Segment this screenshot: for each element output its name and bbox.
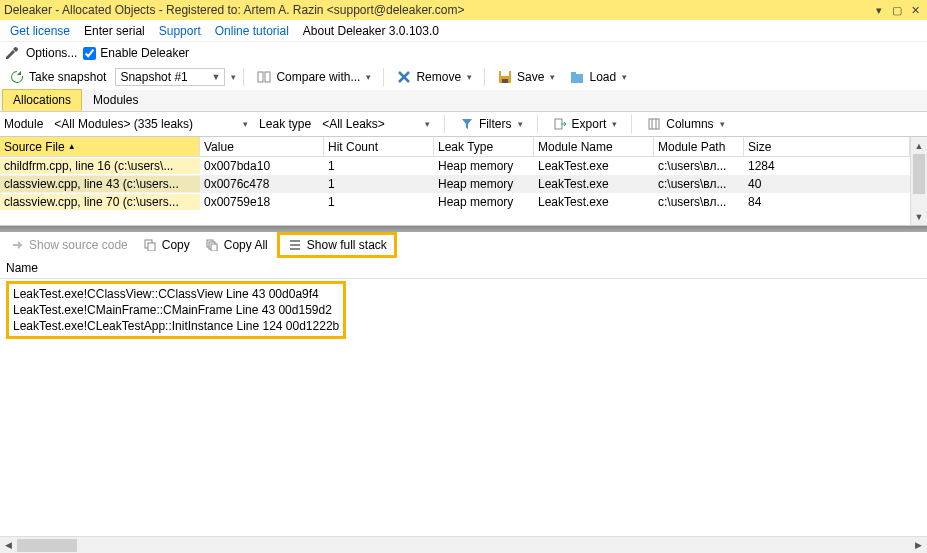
close-icon[interactable]: ✕	[907, 3, 923, 17]
col-source-file[interactable]: Source File ▲	[0, 137, 200, 156]
grid-header: Source File ▲ Value Hit Count Leak Type …	[0, 137, 910, 157]
stack-pane: LeakTest.exe!CClassView::CClassView Line…	[0, 279, 927, 536]
col-size[interactable]: Size	[744, 137, 910, 156]
chevron-down-icon: ▾	[622, 72, 627, 82]
table-row[interactable]: childfrm.cpp, line 16 (c:\users\... 0x00…	[0, 157, 910, 175]
stack-row[interactable]: LeakTest.exe!CLeakTestApp::InitInstance …	[13, 318, 339, 334]
arrow-right-icon	[9, 237, 25, 253]
stack-icon	[287, 237, 303, 253]
scroll-thumb[interactable]	[913, 154, 925, 194]
svg-rect-7	[555, 119, 562, 129]
filter-bar: Module <All Modules> (335 leaks) ▾ Leak …	[0, 112, 927, 136]
scroll-down-icon[interactable]: ▼	[911, 208, 927, 225]
refresh-icon	[9, 69, 25, 85]
columns-button[interactable]: Columns ▾	[641, 114, 729, 134]
scroll-thumb[interactable]	[17, 539, 77, 552]
copy-all-icon	[204, 237, 220, 253]
show-full-stack-highlight: Show full stack	[277, 232, 397, 258]
snapshot-split-arrow[interactable]: ▾	[231, 72, 236, 82]
stack-header: Name	[0, 258, 927, 279]
chevron-down-icon: ▾	[366, 72, 371, 82]
enter-serial-link[interactable]: Enter serial	[78, 22, 151, 40]
wrench-icon	[4, 45, 20, 61]
take-snapshot-button[interactable]: Take snapshot	[4, 67, 111, 87]
compare-button[interactable]: Compare with... ▾	[251, 67, 376, 87]
chevron-down-icon: ▾	[425, 119, 430, 129]
svg-rect-1	[265, 72, 270, 82]
support-link[interactable]: Support	[153, 22, 207, 40]
svg-rect-6	[571, 72, 576, 75]
dropdown-icon[interactable]: ▾	[871, 3, 887, 17]
vertical-scrollbar[interactable]: ▲ ▼	[910, 137, 927, 225]
snapshot-selector[interactable]: Snapshot #1 ▼	[115, 68, 225, 86]
svg-rect-12	[148, 243, 155, 251]
filters-button[interactable]: Filters ▾	[454, 114, 528, 134]
sort-asc-icon: ▲	[68, 142, 76, 151]
module-filter-combo[interactable]: <All Modules> (335 leaks) ▾	[49, 115, 253, 133]
copy-all-button[interactable]: Copy All	[199, 235, 273, 255]
export-button[interactable]: Export ▾	[547, 114, 623, 134]
col-module-path[interactable]: Module Path	[654, 137, 744, 156]
stack-row[interactable]: LeakTest.exe!CClassView::CClassView Line…	[13, 286, 339, 302]
options-button[interactable]: Options...	[26, 46, 77, 60]
maximize-icon[interactable]: ▢	[889, 3, 905, 17]
tab-allocations[interactable]: Allocations	[2, 89, 82, 111]
about-link[interactable]: About Deleaker 3.0.103.0	[297, 22, 445, 40]
svg-rect-0	[258, 72, 263, 82]
stack-highlight: LeakTest.exe!CClassView::CClassView Line…	[6, 281, 346, 339]
chevron-down-icon: ▾	[518, 119, 523, 129]
svg-rect-17	[290, 244, 300, 246]
col-module-name[interactable]: Module Name	[534, 137, 654, 156]
svg-rect-8	[649, 119, 659, 129]
show-full-stack-button[interactable]: Show full stack	[282, 235, 392, 255]
enable-checkbox-input[interactable]	[83, 47, 96, 60]
chevron-down-icon: ▾	[612, 119, 617, 129]
module-label: Module	[4, 117, 43, 131]
copy-button[interactable]: Copy	[137, 235, 195, 255]
svg-rect-18	[290, 248, 300, 250]
col-leak-type[interactable]: Leak Type	[434, 137, 534, 156]
tab-modules[interactable]: Modules	[82, 89, 149, 111]
get-license-link[interactable]: Get license	[4, 22, 76, 40]
col-value[interactable]: Value	[200, 137, 324, 156]
copy-icon	[142, 237, 158, 253]
svg-rect-5	[571, 74, 583, 83]
svg-rect-3	[501, 71, 509, 76]
allocations-grid: Source File ▲ Value Hit Count Leak Type …	[0, 136, 927, 226]
enable-label: Enable Deleaker	[100, 46, 189, 60]
scroll-left-icon[interactable]: ◀	[0, 540, 17, 550]
chevron-down-icon: ▾	[550, 72, 555, 82]
online-tutorial-link[interactable]: Online tutorial	[209, 22, 295, 40]
show-source-button[interactable]: Show source code	[4, 235, 133, 255]
chevron-down-icon: ▼	[211, 72, 220, 82]
titlebar: Deleaker - Allocated Objects - Registere…	[0, 0, 927, 20]
chevron-down-icon: ▾	[243, 119, 248, 129]
options-bar: Options... Enable Deleaker	[0, 42, 927, 64]
tab-bar: Allocations Modules	[0, 90, 927, 112]
scroll-right-icon[interactable]: ▶	[910, 540, 927, 550]
window-title: Deleaker - Allocated Objects - Registere…	[4, 3, 871, 17]
scroll-track[interactable]	[17, 539, 910, 552]
horizontal-scrollbar[interactable]: ◀ ▶	[0, 536, 927, 553]
col-hit-count[interactable]: Hit Count	[324, 137, 434, 156]
table-row[interactable]: classview.cpp, line 43 (c:\users... 0x00…	[0, 175, 910, 193]
svg-rect-16	[290, 240, 300, 242]
export-icon	[552, 116, 568, 132]
load-button[interactable]: Load ▾	[564, 67, 632, 87]
svg-rect-15	[211, 244, 217, 251]
save-icon	[497, 69, 513, 85]
enable-deleaker-checkbox[interactable]: Enable Deleaker	[83, 46, 189, 60]
scroll-up-icon[interactable]: ▲	[911, 137, 927, 154]
table-row[interactable]: classview.cpp, line 70 (c:\users... 0x00…	[0, 193, 910, 211]
load-icon	[569, 69, 585, 85]
compare-icon	[256, 69, 272, 85]
leaktype-label: Leak type	[259, 117, 311, 131]
remove-button[interactable]: Remove ▾	[391, 67, 477, 87]
main-toolbar: Take snapshot Snapshot #1 ▼ ▾ Compare wi…	[0, 64, 927, 90]
save-button[interactable]: Save ▾	[492, 67, 560, 87]
columns-icon	[646, 116, 662, 132]
stack-row[interactable]: LeakTest.exe!CMainFrame::CMainFrame Line…	[13, 302, 339, 318]
chevron-down-icon: ▾	[720, 119, 725, 129]
chevron-down-icon: ▾	[467, 72, 472, 82]
leaktype-filter-combo[interactable]: <All Leaks> ▾	[317, 115, 435, 133]
